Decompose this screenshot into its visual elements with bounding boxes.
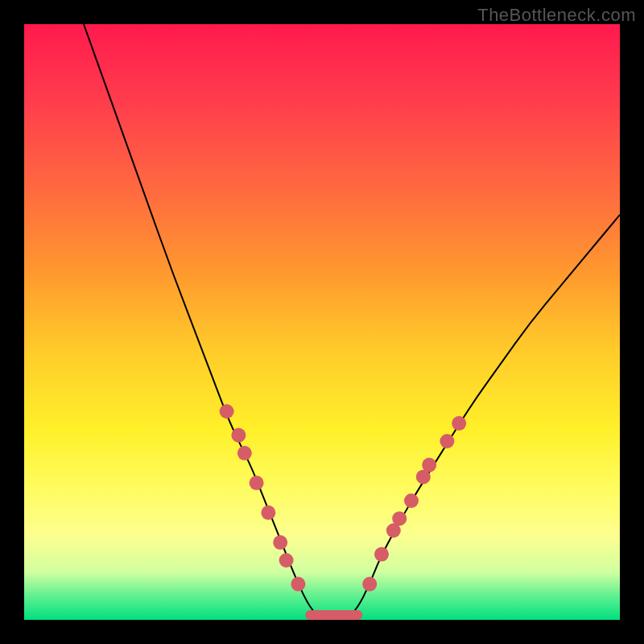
curve-marker: [237, 446, 252, 460]
curve-marker: [392, 511, 407, 526]
curve-marker: [273, 535, 287, 550]
markers-left-arm: [220, 404, 306, 592]
curve-marker: [220, 404, 234, 419]
curve-marker: [440, 434, 454, 448]
curve-marker: [452, 416, 466, 431]
curve-marker: [404, 493, 419, 508]
bottleneck-curve: [84, 24, 620, 620]
curve-marker: [422, 458, 436, 473]
curve-marker: [261, 506, 275, 520]
curve-marker: [374, 547, 389, 562]
curve-marker: [291, 577, 305, 592]
curve-marker: [250, 476, 264, 490]
curve-marker: [231, 428, 246, 443]
curve-marker: [279, 553, 294, 568]
plot-area: [24, 24, 620, 620]
chart-overlay: [24, 24, 620, 620]
curve-marker: [362, 577, 377, 592]
watermark-text: TheBottleneck.com: [477, 5, 636, 26]
chart-frame: TheBottleneck.com: [0, 0, 644, 644]
